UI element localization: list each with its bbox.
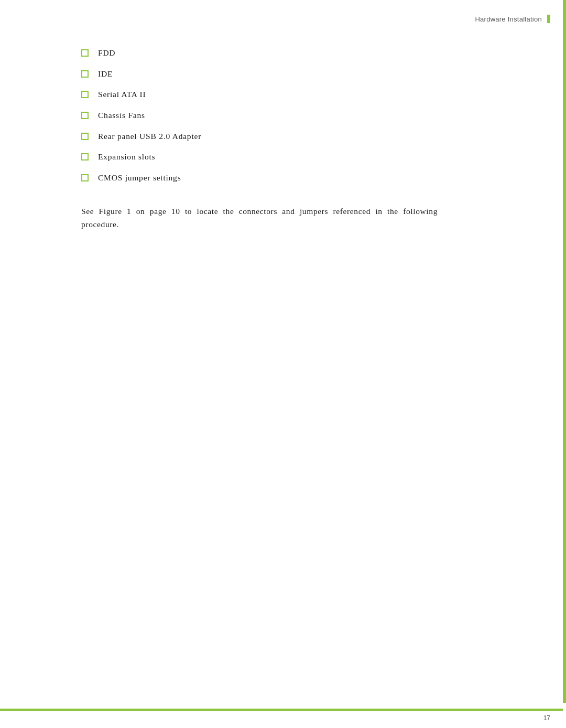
list-label-expansion-slots: Expansion slots	[98, 151, 155, 163]
right-accent-bar	[563, 0, 566, 703]
list-item-ide: IDE	[81, 68, 540, 80]
bottom-accent-bar	[0, 709, 563, 711]
checkbox-rear-panel-usb	[81, 133, 89, 140]
body-paragraph: See Figure 1 on page 10 to locate the co…	[81, 205, 438, 231]
list-item-expansion-slots: Expansion slots	[81, 151, 540, 163]
feature-list: FDD IDE Serial ATA II Chassis Fans Rear …	[81, 47, 540, 184]
list-item-fdd: FDD	[81, 47, 540, 59]
checkbox-expansion-slots	[81, 153, 89, 160]
checkbox-ide	[81, 70, 89, 78]
list-label-ide: IDE	[98, 68, 113, 80]
list-item-rear-panel-usb: Rear panel USB 2.0 Adapter	[81, 131, 540, 142]
page-container: Hardware Installation FDD IDE Serial ATA…	[0, 0, 566, 728]
list-label-cmos-jumper: CMOS jumper settings	[98, 172, 181, 184]
page-number: 17	[543, 714, 550, 722]
list-label-fdd: FDD	[98, 47, 115, 59]
checkbox-chassis-fans	[81, 112, 89, 119]
list-label-chassis-fans: Chassis Fans	[98, 110, 145, 121]
list-label-serial-ata: Serial ATA II	[98, 89, 146, 100]
checkbox-cmos-jumper	[81, 174, 89, 181]
list-label-rear-panel-usb: Rear panel USB 2.0 Adapter	[98, 131, 201, 142]
list-item-cmos-jumper: CMOS jumper settings	[81, 172, 540, 184]
header-title: Hardware Installation	[475, 15, 542, 23]
header-accent	[547, 15, 550, 23]
page-header: Hardware Installation	[475, 15, 550, 23]
checkbox-fdd	[81, 49, 89, 57]
list-item-chassis-fans: Chassis Fans	[81, 110, 540, 121]
checkbox-serial-ata	[81, 91, 89, 98]
main-content: FDD IDE Serial ATA II Chassis Fans Rear …	[81, 47, 540, 231]
list-item-serial-ata: Serial ATA II	[81, 89, 540, 100]
